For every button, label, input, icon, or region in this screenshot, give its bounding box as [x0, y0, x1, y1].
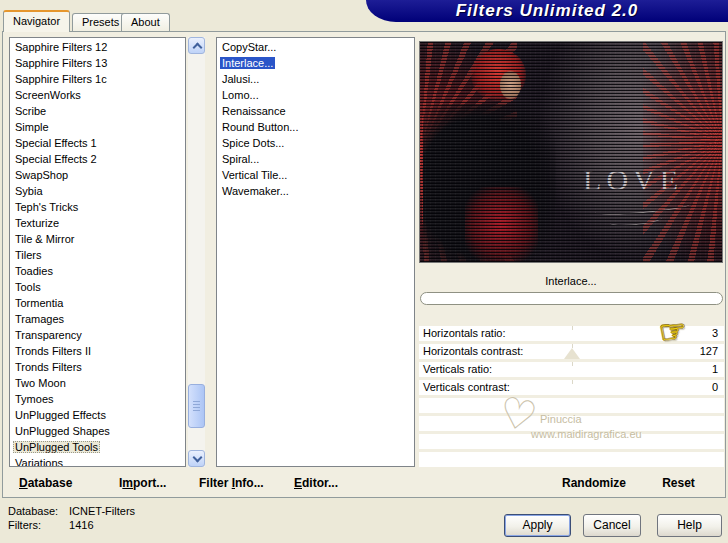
category-item-label: SwapShop [13, 169, 70, 181]
category-item-label: Variations [13, 457, 65, 467]
category-item[interactable]: Texturize [10, 216, 185, 232]
category-item[interactable]: Transparency [10, 328, 185, 344]
category-item-label: Tile & Mirror [13, 233, 76, 245]
param-slider-row[interactable]: Verticals ratio:1 [419, 362, 724, 377]
window-title: Filters Unlimited 2.0 [456, 1, 639, 20]
preview-interlace-scanlines [420, 42, 722, 262]
randomize-button[interactable]: Randomize [549, 476, 639, 490]
filter-item[interactable]: Vertical Tile... [217, 168, 414, 184]
cancel-button[interactable]: Cancel [583, 514, 641, 537]
status-filters: Filters: 1416 [8, 519, 94, 531]
database-button[interactable]: Database [19, 476, 72, 490]
category-item[interactable]: Tronds Filters [10, 360, 185, 376]
filter-item[interactable]: CopyStar... [217, 40, 414, 56]
watermark-site: www.maidiragrafica.eu [531, 428, 642, 440]
category-item-label: Tilers [13, 249, 43, 261]
category-item[interactable]: Scribe [10, 104, 185, 120]
tab-navigator[interactable]: Navigator [3, 10, 70, 32]
category-item-label: Special Effects 1 [13, 137, 99, 149]
category-scrollbar-track[interactable] [188, 37, 205, 467]
tab-about[interactable]: About [121, 13, 170, 32]
param-label: Horizontals ratio: [423, 327, 506, 339]
param-value: 127 [700, 345, 718, 357]
category-item-label: Two Moon [13, 377, 68, 389]
filter-item[interactable]: Spiral... [217, 152, 414, 168]
category-item-label: Transparency [13, 329, 84, 341]
category-item[interactable]: Special Effects 1 [10, 136, 185, 152]
status-filters-label: Filters: [8, 519, 66, 531]
category-list[interactable]: Sapphire Filters 12Sapphire Filters 13Sa… [9, 37, 186, 467]
param-row-empty [419, 398, 724, 413]
category-item[interactable]: UnPlugged Tools [10, 440, 185, 456]
import-button[interactable]: Import... [119, 476, 166, 490]
category-item[interactable]: Tronds Filters II [10, 344, 185, 360]
watermark-author: Pinuccia [540, 413, 582, 425]
param-label: Verticals contrast: [423, 381, 510, 393]
category-item[interactable]: Two Moon [10, 376, 185, 392]
reset-button[interactable]: Reset [651, 476, 706, 490]
apply-button[interactable]: Apply [504, 514, 571, 537]
param-value: 3 [712, 327, 718, 339]
category-item[interactable]: ScreenWorks [10, 88, 185, 104]
navigator-page: Sapphire Filters 12Sapphire Filters 13Sa… [2, 31, 726, 498]
category-item[interactable]: Sapphire Filters 1c [10, 72, 185, 88]
category-item[interactable]: Sapphire Filters 12 [10, 40, 185, 56]
status-database-value: ICNET-Filters [69, 505, 135, 517]
scroll-down-icon[interactable] [188, 450, 205, 467]
param-value: 0 [712, 381, 718, 393]
category-item[interactable]: Tile & Mirror [10, 232, 185, 248]
filter-item[interactable]: Interlace... [217, 56, 414, 72]
filter-item[interactable]: Jalusi... [217, 72, 414, 88]
category-item-label: Tools [13, 281, 43, 293]
category-item[interactable]: UnPlugged Effects [10, 408, 185, 424]
param-label: Verticals ratio: [423, 363, 492, 375]
category-item-label: Scribe [13, 105, 48, 117]
scrollbar-thumb[interactable] [188, 384, 205, 428]
filter-item[interactable]: Spice Dots... [217, 136, 414, 152]
filter-info-button[interactable]: Filter Info... [199, 476, 264, 490]
filter-list[interactable]: CopyStar...Interlace...Jalusi...Lomo...R… [216, 37, 415, 467]
category-item[interactable]: SwapShop [10, 168, 185, 184]
category-item-label: UnPlugged Shapes [13, 425, 112, 437]
editor-button[interactable]: Editor... [294, 476, 338, 490]
filter-item-label: Wavemaker... [220, 185, 291, 197]
filter-preview-image: LOVE [419, 41, 723, 263]
param-slider-row[interactable]: Verticals contrast:0 [419, 380, 724, 395]
filter-item-label: Renaissance [220, 105, 288, 117]
category-item[interactable]: Special Effects 2 [10, 152, 185, 168]
category-item[interactable]: Sapphire Filters 13 [10, 56, 185, 72]
category-item-label: Texturize [13, 217, 61, 229]
category-item-label: ScreenWorks [13, 89, 83, 101]
filter-item[interactable]: Wavemaker... [217, 184, 414, 200]
category-item-label: Sapphire Filters 13 [13, 57, 109, 69]
category-item-label: Tronds Filters II [13, 345, 93, 357]
category-item-label: Tronds Filters [13, 361, 84, 373]
status-database-label: Database: [8, 505, 66, 517]
category-item[interactable]: Toadies [10, 264, 185, 280]
category-item[interactable]: Sybia [10, 184, 185, 200]
progress-bar [420, 292, 723, 305]
param-value: 1 [712, 363, 718, 375]
category-item[interactable]: Tormentia [10, 296, 185, 312]
category-item-label: Tormentia [13, 297, 65, 309]
pointing-hand-icon: ☞ [657, 312, 688, 351]
filter-item[interactable]: Lomo... [217, 88, 414, 104]
category-item[interactable]: Variations [10, 456, 185, 467]
status-database: Database: ICNET-Filters [8, 505, 135, 517]
param-label: Horizontals contrast: [423, 345, 523, 357]
category-item[interactable]: Tymoes [10, 392, 185, 408]
category-item[interactable]: Simple [10, 120, 185, 136]
category-item[interactable]: Tramages [10, 312, 185, 328]
scroll-up-icon[interactable] [188, 37, 205, 54]
filter-item-label: Round Button... [220, 121, 300, 133]
category-item[interactable]: Tools [10, 280, 185, 296]
category-item-label: Teph's Tricks [13, 201, 80, 213]
help-button[interactable]: Help [657, 514, 722, 537]
category-item[interactable]: UnPlugged Shapes [10, 424, 185, 440]
slider-thumb[interactable] [564, 348, 580, 359]
category-item[interactable]: Tilers [10, 248, 185, 264]
filter-item[interactable]: Renaissance [217, 104, 414, 120]
filter-item[interactable]: Round Button... [217, 120, 414, 136]
category-item[interactable]: Teph's Tricks [10, 200, 185, 216]
title-bar: Filters Unlimited 2.0 [366, 0, 728, 22]
